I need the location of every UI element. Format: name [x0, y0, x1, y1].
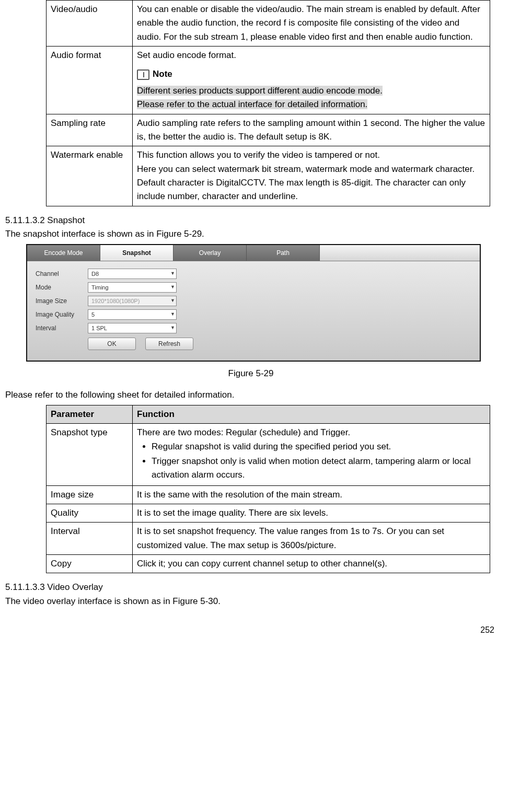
bullet-item: Regular snapshot is valid during the spe… — [152, 440, 485, 454]
parameter-table-2: Parameter Function Snapshot type There a… — [46, 405, 490, 573]
desc-intro: Set audio encode format. — [137, 49, 485, 62]
desc-cell: Click it; you can copy current channel s… — [133, 555, 490, 573]
image-quality-select[interactable]: 5▼ — [88, 309, 177, 320]
param-cell: Watermark enable — [47, 146, 133, 206]
param-cell: Interval — [47, 523, 133, 555]
param-cell: Video/audio — [47, 1, 133, 47]
table-row: Video/audio You can enable or disable th… — [47, 1, 490, 47]
desc-line-1: This function allows you to verify the v… — [137, 148, 485, 162]
post-figure-text: Please refer to the following sheet for … — [5, 388, 496, 402]
parameter-table-1: Video/audio You can enable or disable th… — [46, 0, 490, 206]
form-row-image-quality: Image Quality 5▼ — [36, 309, 471, 320]
desc-cell: Audio sampling rate refers to the sampli… — [133, 114, 490, 146]
select-value: 1920*1080(1080P) — [91, 297, 140, 306]
table-row: Copy Click it; you can copy current chan… — [47, 555, 490, 573]
overlay-intro: The video overlay interface is shown as … — [5, 595, 496, 608]
note-body: Different series products support differ… — [137, 84, 485, 112]
form-row-image-size: Image Size 1920*1080(1080P)▼ — [36, 296, 471, 306]
field-label: Mode — [36, 283, 88, 293]
chevron-down-icon: ▼ — [170, 270, 175, 277]
param-cell: Audio format — [47, 47, 133, 114]
field-label: Channel — [36, 269, 88, 279]
tab-overlay[interactable]: Overlay — [173, 245, 247, 261]
field-label: Interval — [36, 323, 88, 333]
channel-select[interactable]: D8▼ — [88, 269, 177, 279]
chevron-down-icon: ▼ — [170, 284, 175, 291]
desc-intro: There are two modes: Regular (schedule) … — [137, 426, 485, 439]
note-line-2: Please refer to the actual interface for… — [137, 99, 367, 109]
desc-cell: Set audio encode format. Note Different … — [133, 47, 490, 114]
select-value: 5 — [91, 310, 95, 319]
image-size-select: 1920*1080(1080P)▼ — [88, 296, 177, 306]
select-value: 1 SPL — [91, 324, 107, 333]
note-block: Note Different series products support d… — [137, 67, 485, 111]
note-line-1: Different series products support differ… — [137, 86, 383, 96]
refresh-button[interactable]: Refresh — [145, 338, 193, 350]
desc-cell: There are two modes: Regular (schedule) … — [133, 424, 490, 485]
param-cell: Snapshot type — [47, 424, 133, 485]
param-cell: Quality — [47, 504, 133, 523]
document-page: Video/audio You can enable or disable th… — [5, 0, 496, 637]
table-row: Snapshot type There are two modes: Regul… — [47, 424, 490, 485]
bullet-item: Trigger snapshot only is valid when moti… — [152, 455, 485, 482]
desc-cell: This function allows you to verify the v… — [133, 146, 490, 206]
select-value: D8 — [91, 270, 99, 279]
table-row: Audio format Set audio encode format. No… — [47, 47, 490, 114]
mode-select[interactable]: Timing▼ — [88, 282, 177, 293]
snapshot-intro: The snapshot interface is shown as in Fi… — [5, 227, 496, 241]
param-cell: Image size — [47, 485, 133, 504]
field-label: Image Size — [36, 296, 88, 306]
table-row: Watermark enable This function allows yo… — [47, 146, 490, 206]
desc-cell: It is to set the image quality. There ar… — [133, 504, 490, 523]
table-row: Sampling rate Audio sampling rate refers… — [47, 114, 490, 146]
form-row-interval: Interval 1 SPL▼ — [36, 323, 471, 333]
note-heading: Note — [137, 67, 172, 81]
section-heading-overlay: 5.11.1.3.3 Video Overlay — [5, 581, 496, 594]
section-heading-snapshot: 5.11.1.3.2 Snapshot — [5, 214, 496, 227]
note-label: Note — [153, 67, 172, 81]
figure-screenshot: Encode Mode Snapshot Overlay Path Channe… — [26, 244, 481, 362]
header-parameter: Parameter — [47, 405, 133, 424]
figure-caption: Figure 5-29 — [5, 367, 496, 380]
table-row: Interval It is to set snapshot frequency… — [47, 523, 490, 555]
chevron-down-icon: ▼ — [170, 324, 175, 332]
desc-cell: You can enable or disable the video/audi… — [133, 1, 490, 47]
tab-bar-spacer — [320, 245, 480, 261]
desc-line-2: Here you can select watermark bit stream… — [137, 163, 485, 204]
interval-select[interactable]: 1 SPL▼ — [88, 323, 177, 333]
chevron-down-icon: ▼ — [170, 297, 175, 305]
param-cell: Copy — [47, 555, 133, 573]
select-value: Timing — [91, 283, 109, 292]
form-row-channel: Channel D8▼ — [36, 269, 471, 279]
table-header-row: Parameter Function — [47, 405, 490, 424]
ok-button[interactable]: OK — [88, 338, 136, 350]
header-function: Function — [133, 405, 490, 424]
tab-path[interactable]: Path — [247, 245, 320, 261]
button-row: OK Refresh — [88, 338, 471, 350]
desc-cell: It is the same with the resolution of th… — [133, 485, 490, 504]
field-label: Image Quality — [36, 310, 88, 320]
bullet-list: Regular snapshot is valid during the spe… — [137, 440, 485, 482]
book-icon — [137, 69, 149, 80]
tab-bar: Encode Mode Snapshot Overlay Path — [27, 245, 480, 261]
tab-encode-mode[interactable]: Encode Mode — [27, 245, 100, 261]
desc-cell: It is to set snapshot frequency. The val… — [133, 523, 490, 555]
form-panel: Channel D8▼ Mode Timing▼ Image Size 1920… — [27, 261, 480, 361]
table-row: Image size It is the same with the resol… — [47, 485, 490, 504]
form-row-mode: Mode Timing▼ — [36, 282, 471, 293]
chevron-down-icon: ▼ — [170, 311, 175, 318]
param-cell: Sampling rate — [47, 114, 133, 146]
page-number: 252 — [5, 624, 496, 637]
tab-snapshot[interactable]: Snapshot — [100, 245, 173, 261]
table-row: Quality It is to set the image quality. … — [47, 504, 490, 523]
